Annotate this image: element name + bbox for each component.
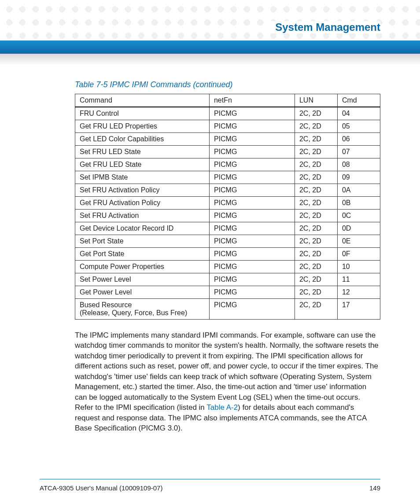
cell-lun: 2C, 2D [295,261,337,273]
cell-command: FRU Control [75,107,210,120]
cell-netfn: PICMG [209,273,295,286]
document-page: System Management Table 7-5 IPMC IPMI Co… [0,0,420,504]
table-row: Set Port StatePICMG2C, 2D0E [75,235,380,248]
table-row: Bused Resource(Release, Query, Force, Bu… [75,299,380,320]
table-row: Get FRU LED StatePICMG2C, 2D08 [75,158,380,171]
cell-cmd-code: 06 [337,133,380,146]
header-blue-bar [0,40,420,54]
cell-command: Set FRU LED State [75,146,210,158]
col-header-command: Command [75,94,210,107]
cell-netfn: PICMG [209,261,295,273]
cell-cmd-code: 05 [337,120,380,133]
table-caption: Table 7-5 IPMC IPMI Commands (continued) [75,80,380,89]
cell-cmd-code: 04 [337,107,380,120]
cell-cmd-code: 10 [337,261,380,273]
cell-lun: 2C, 2D [295,158,337,171]
cell-command: Bused Resource(Release, Query, Force, Bu… [75,299,210,320]
cell-lun: 2C, 2D [295,107,337,120]
footer-rule [40,479,380,479]
cell-netfn: PICMG [209,248,295,261]
col-header-cmd: Cmd [337,94,380,107]
footer-doc-title: ATCA-9305 User's Manual (10009109-07) [40,484,162,492]
table-row: Get FRU LED PropertiesPICMG2C, 2D05 [75,120,380,133]
cell-command: Get FRU Activation Policy [75,197,210,210]
paragraph-text-a: The IPMC implements many standard IPMI c… [75,331,379,412]
col-header-lun: LUN [295,94,337,107]
cell-cmd-code: 0C [337,210,380,222]
cell-lun: 2C, 2D [295,146,337,158]
ipmi-commands-table: Command netFn LUN Cmd FRU ControlPICMG2C… [75,94,380,320]
cell-lun: 2C, 2D [295,299,337,320]
cell-netfn: PICMG [209,171,295,184]
cell-netfn: PICMG [209,107,295,120]
cell-command: Get LED Color Capabilities [75,133,210,146]
cross-ref-link[interactable]: Table A-2 [206,403,238,412]
cell-command: Set Port State [75,235,210,248]
cell-cmd-code: 0A [337,184,380,197]
cell-command: Set IPMB State [75,171,210,184]
cell-lun: 2C, 2D [295,286,337,299]
page-footer: ATCA-9305 User's Manual (10009109-07) 14… [40,484,380,492]
body-paragraph: The IPMC implements many standard IPMI c… [75,330,380,434]
cell-cmd-code: 17 [337,299,380,320]
cell-netfn: PICMG [209,299,295,320]
cell-lun: 2C, 2D [295,210,337,222]
cell-lun: 2C, 2D [295,248,337,261]
table-row: Get Power LevelPICMG2C, 2D12 [75,286,380,299]
cell-netfn: PICMG [209,158,295,171]
cell-command: Get Power Level [75,286,210,299]
cell-cmd-code: 12 [337,286,380,299]
cell-netfn: PICMG [209,222,295,235]
table-row: Get Port StatePICMG2C, 2D0F [75,248,380,261]
cell-netfn: PICMG [209,184,295,197]
cell-lun: 2C, 2D [295,222,337,235]
table-row: Set FRU ActivationPICMG2C, 2D0C [75,210,380,222]
cell-netfn: PICMG [209,210,295,222]
table-body: FRU ControlPICMG2C, 2D04Get FRU LED Prop… [75,107,380,320]
page-content: Table 7-5 IPMC IPMI Commands (continued)… [75,80,380,434]
table-header-row: Command netFn LUN Cmd [75,94,380,107]
cell-lun: 2C, 2D [295,120,337,133]
cell-cmd-code: 09 [337,171,380,184]
cell-command-sub: (Release, Query, Force, Bus Free) [80,309,205,317]
cell-cmd-code: 0D [337,222,380,235]
table-row: Get Device Locator Record IDPICMG2C, 2D0… [75,222,380,235]
cell-cmd-code: 11 [337,273,380,286]
cell-lun: 2C, 2D [295,171,337,184]
cell-cmd-code: 07 [337,146,380,158]
cell-lun: 2C, 2D [295,133,337,146]
cell-lun: 2C, 2D [295,184,337,197]
table-row: Compute Power PropertiesPICMG2C, 2D10 [75,261,380,273]
table-row: Get FRU Activation PolicyPICMG2C, 2D0B [75,197,380,210]
table-row: Set FRU Activation PolicyPICMG2C, 2D0A [75,184,380,197]
cell-netfn: PICMG [209,120,295,133]
table-row: Set FRU LED StatePICMG2C, 2D07 [75,146,380,158]
footer-page-number: 149 [369,484,380,492]
cell-command: Get Port State [75,248,210,261]
table-row: FRU ControlPICMG2C, 2D04 [75,107,380,120]
section-header-title: System Management [269,21,380,33]
cell-netfn: PICMG [209,197,295,210]
cell-cmd-code: 0B [337,197,380,210]
cell-lun: 2C, 2D [295,273,337,286]
cell-netfn: PICMG [209,235,295,248]
cell-cmd-code: 0E [337,235,380,248]
cell-command: Set FRU Activation Policy [75,184,210,197]
cell-command: Get Device Locator Record ID [75,222,210,235]
col-header-netfn: netFn [209,94,295,107]
header-grey-fade [0,54,420,65]
cell-netfn: PICMG [209,146,295,158]
table-row: Set IPMB StatePICMG2C, 2D09 [75,171,380,184]
cell-command: Get FRU LED State [75,158,210,171]
cell-netfn: PICMG [209,133,295,146]
cell-netfn: PICMG [209,286,295,299]
cell-command: Set FRU Activation [75,210,210,222]
table-row: Set Power LevelPICMG2C, 2D11 [75,273,380,286]
cell-command: Set Power Level [75,273,210,286]
table-row: Get LED Color CapabilitiesPICMG2C, 2D06 [75,133,380,146]
cell-command: Compute Power Properties [75,261,210,273]
cell-lun: 2C, 2D [295,197,337,210]
cell-cmd-code: 0F [337,248,380,261]
cell-command: Get FRU LED Properties [75,120,210,133]
cell-cmd-code: 08 [337,158,380,171]
